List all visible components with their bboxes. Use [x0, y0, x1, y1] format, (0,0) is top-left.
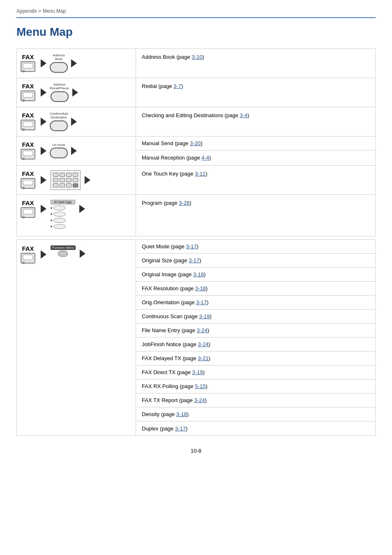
link-address-book[interactable]: 3-10 — [191, 54, 202, 60]
arrow-icon-confirm-1 — [41, 118, 46, 126]
fax-device-icon-7: FAX — [20, 245, 36, 265]
fax-icon-svg-2 — [20, 89, 36, 102]
fax-device-icon-4: FAX — [20, 141, 36, 161]
section-right-confirm: Checking and Editing Destinations (page … — [136, 107, 375, 136]
right-cell-program: Program (page 3-26) — [136, 195, 375, 236]
svg-rect-7 — [23, 122, 33, 127]
prog-circle-3 — [53, 218, 66, 223]
fax-group-onetouch: FAX — [20, 170, 94, 190]
link-fax-rx-polling[interactable]: 5-15 — [195, 383, 205, 389]
fax-label-7: FAX — [22, 245, 34, 252]
arrow-icon-func-2 — [80, 250, 85, 258]
button-recall: AddressRecall/Pause — [50, 83, 69, 102]
button-confirm: Confirm/AddDestination — [50, 112, 68, 131]
section-right-recall: Redial (page 3-7) — [136, 78, 375, 107]
fax-group-recall: FAX AddressRecall/Pause — [20, 83, 81, 102]
program-row-1 — [51, 206, 75, 210]
fax-group-onhook: FAX On Hook — [20, 141, 80, 161]
section-left-funcmenu: FAX Function Menu — [17, 240, 136, 435]
link-duplex[interactable]: 3-17 — [175, 426, 186, 432]
key-6 — [60, 178, 65, 182]
link-one-touch[interactable]: 3-11 — [195, 171, 205, 177]
arrow-icon-program-2 — [79, 205, 85, 213]
prog-dot-2 — [51, 213, 52, 215]
right-cell-fax-resolution: FAX Resolution (page 3-18) — [136, 282, 375, 296]
top-divider — [16, 17, 376, 18]
link-fax-delayed[interactable]: 3-21 — [198, 355, 208, 361]
link-manual-reception[interactable]: 4-4 — [201, 155, 209, 161]
key-3 — [66, 173, 71, 177]
key-10 — [60, 183, 65, 187]
arrow-icon-onetouch-2 — [85, 176, 90, 184]
fax-label-3: FAX — [22, 112, 34, 118]
breadcrumb: Appendix > Menu Map — [16, 8, 376, 14]
right-cell-recall: Redial (page 3-7) — [136, 78, 375, 94]
link-file-name[interactable]: 3-24 — [197, 327, 208, 333]
link-fax-tx-report[interactable]: 3-24 — [194, 397, 205, 403]
right-cell-manual-send: Manual Send (page 3-20) — [136, 136, 375, 150]
fax-device-icon-6: FAX — [20, 200, 36, 219]
right-cell-orig-orientation: Orig.Orientation (page 3-17) — [136, 296, 375, 310]
fax-icon-svg — [20, 60, 36, 73]
key-8 — [73, 178, 78, 182]
link-continuous-scan[interactable]: 3-19 — [199, 313, 210, 319]
link-fax-resolution[interactable]: 3-18 — [195, 285, 206, 291]
section-address-recall: FAX AddressRecall/Pause Redial (page 3-7… — [16, 78, 376, 107]
section-left-onetouch: FAX — [17, 166, 136, 194]
link-redial[interactable]: 3-7 — [173, 83, 181, 89]
fax-group-program: FAX ID Card Copy — [20, 200, 88, 229]
fax-icon-svg-3 — [20, 118, 36, 132]
key-12-active — [73, 183, 78, 187]
section-right-funcmenu: Quiet Mode (page 3-17) Original Size (pa… — [136, 240, 375, 435]
link-orig-orientation[interactable]: 3-17 — [196, 299, 207, 305]
right-cell-original-size: Original Size (page 3-17) — [136, 254, 375, 268]
link-program[interactable]: 3-26 — [179, 200, 189, 206]
section-left-address-book: FAX AddressBook — [17, 49, 136, 78]
fax-device-icon-5: FAX — [20, 171, 36, 190]
section-left-confirm: FAX Confirm/AddDestination — [17, 107, 136, 136]
fax-label-2: FAX — [22, 83, 34, 89]
link-quiet-mode[interactable]: 3-17 — [186, 243, 197, 250]
right-cell-manual-reception: Manual Reception (page 4-4) — [136, 150, 375, 164]
arrow-icon-onhook-2 — [71, 147, 77, 155]
fax-icon-svg-4 — [20, 148, 36, 161]
fax-label-5: FAX — [22, 171, 34, 177]
arrow-icon-1 — [41, 59, 46, 67]
fax-group-confirm: FAX Confirm/AddDestination — [20, 112, 80, 132]
section-left-onhook: FAX On Hook — [17, 136, 136, 165]
button-address-book: AddressBook — [50, 54, 68, 73]
section-left-program: FAX ID Card Copy — [17, 195, 136, 236]
link-confirm[interactable]: 3-4 — [240, 112, 247, 118]
program-row-3 — [51, 218, 75, 223]
link-jobfinish[interactable]: 3-24 — [198, 341, 209, 347]
fax-device-icon-2: FAX — [20, 83, 36, 102]
prog-circle-2 — [53, 212, 66, 217]
link-manual-send[interactable]: 3-20 — [190, 140, 201, 146]
fax-icon-svg-5 — [20, 177, 36, 190]
prog-dot-1 — [51, 207, 52, 209]
link-fax-direct[interactable]: 3-19 — [192, 369, 203, 375]
page-number: 10-8 — [16, 448, 376, 454]
fax-icon-svg-7 — [20, 252, 36, 265]
right-cell-address-book: Address Book (page 3-10) — [136, 49, 375, 65]
program-header: ID Card Copy — [51, 200, 75, 204]
key-11 — [66, 183, 71, 187]
svg-rect-10 — [23, 151, 33, 156]
button-onhook: On Hook — [50, 143, 68, 159]
section-right-onetouch: One Touch Key (page 3-11) — [136, 166, 375, 194]
section-one-touch: FAX — [16, 165, 376, 195]
link-original-image[interactable]: 3-18 — [193, 271, 204, 278]
key-2 — [60, 173, 65, 177]
right-cell-file-name: File Name Entry (page 3-24) — [136, 324, 375, 338]
right-cell-original-image: Original Image (page 3-18) — [136, 268, 375, 282]
key-7 — [66, 178, 71, 182]
prog-dot-3 — [51, 220, 52, 221]
right-cell-fax-rx-polling: FAX RX Polling (page 5-15) — [136, 379, 375, 393]
right-cell-fax-tx-report: FAX TX Report (page 3-24) — [136, 393, 375, 407]
fax-label-6: FAX — [22, 200, 34, 206]
prog-circle-4 — [53, 224, 66, 229]
func-menu-label: Function Menu — [51, 245, 76, 250]
link-original-size[interactable]: 3-17 — [189, 257, 199, 264]
link-density[interactable]: 3-18 — [176, 411, 187, 417]
page-container: Appendix > Menu Map Menu Map FAX Address… — [0, 0, 392, 470]
